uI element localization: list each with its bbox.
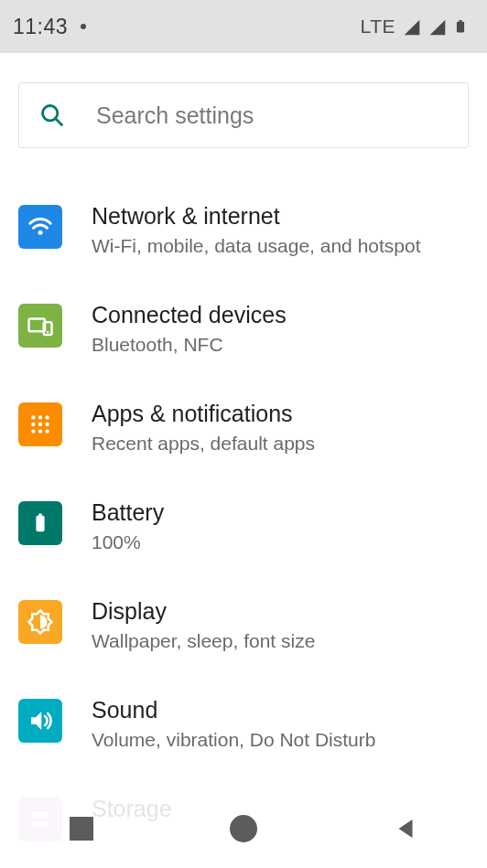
navigation-bar (0, 789, 487, 868)
svg-point-14 (31, 429, 35, 433)
settings-item-subtitle: Volume, vibration, Do Not Disturb (92, 729, 469, 751)
settings-item-subtitle: Bluetooth, NFC (92, 334, 469, 356)
square-icon (70, 817, 93, 841)
svg-point-15 (38, 429, 42, 433)
settings-list: Network & internet Wi-Fi, mobile, data u… (18, 183, 469, 868)
svg-rect-5 (29, 319, 46, 332)
svg-point-7 (47, 331, 49, 333)
settings-item-subtitle: Wallpaper, sleep, font size (92, 630, 469, 652)
settings-item-display[interactable]: Display Wallpaper, sleep, font size (18, 578, 469, 677)
back-triangle-icon (392, 815, 419, 842)
search-placeholder: Search settings (96, 102, 254, 129)
svg-point-4 (38, 230, 43, 235)
battery-icon (18, 501, 62, 545)
apps-icon (18, 402, 62, 446)
svg-point-12 (38, 423, 42, 426)
settings-item-title: Battery (92, 499, 469, 526)
settings-item-sound[interactable]: Sound Volume, vibration, Do Not Disturb (18, 677, 469, 776)
settings-item-title: Network & internet (92, 203, 469, 230)
svg-line-3 (56, 119, 62, 125)
signal-icon-2 (428, 16, 449, 37)
svg-point-9 (38, 415, 42, 419)
svg-point-8 (31, 415, 35, 419)
settings-item-title: Apps & notifications (92, 401, 469, 427)
battery-status-icon (454, 16, 474, 37)
settings-item-subtitle: Recent apps, default apps (92, 433, 469, 455)
devices-icon (18, 304, 62, 348)
circle-icon (230, 815, 257, 842)
nav-recent-button[interactable] (61, 809, 102, 849)
status-bar: 11:43 LTE (0, 0, 487, 53)
status-time: 11:43 (13, 15, 68, 39)
display-icon (18, 600, 62, 644)
notification-dot-icon (81, 24, 86, 29)
search-settings-field[interactable]: Search settings (18, 82, 469, 148)
settings-item-network[interactable]: Network & internet Wi-Fi, mobile, data u… (18, 183, 469, 282)
wifi-icon (18, 205, 62, 249)
svg-point-16 (45, 429, 49, 433)
settings-item-devices[interactable]: Connected devices Bluetooth, NFC (18, 282, 469, 380)
svg-rect-17 (36, 516, 44, 531)
nav-home-button[interactable] (223, 809, 264, 849)
svg-rect-1 (459, 20, 462, 22)
svg-rect-18 (38, 513, 42, 516)
settings-item-subtitle: 100% (92, 531, 469, 553)
signal-icon (403, 16, 423, 37)
settings-item-title: Sound (92, 697, 469, 723)
settings-item-title: Connected devices (92, 302, 469, 328)
settings-item-title: Display (92, 598, 469, 625)
svg-point-11 (31, 423, 35, 426)
settings-item-subtitle: Wi-Fi, mobile, data usage, and hotspot (92, 235, 469, 257)
svg-point-13 (45, 423, 49, 426)
settings-item-battery[interactable]: Battery 100% (18, 479, 469, 578)
search-icon (39, 102, 65, 128)
svg-rect-0 (457, 22, 464, 33)
network-type-label: LTE (361, 16, 395, 38)
settings-item-apps[interactable]: Apps & notifications Recent apps, defaul… (18, 380, 469, 479)
sound-icon (18, 699, 62, 743)
svg-point-10 (45, 415, 49, 419)
nav-back-button[interactable] (385, 809, 426, 849)
